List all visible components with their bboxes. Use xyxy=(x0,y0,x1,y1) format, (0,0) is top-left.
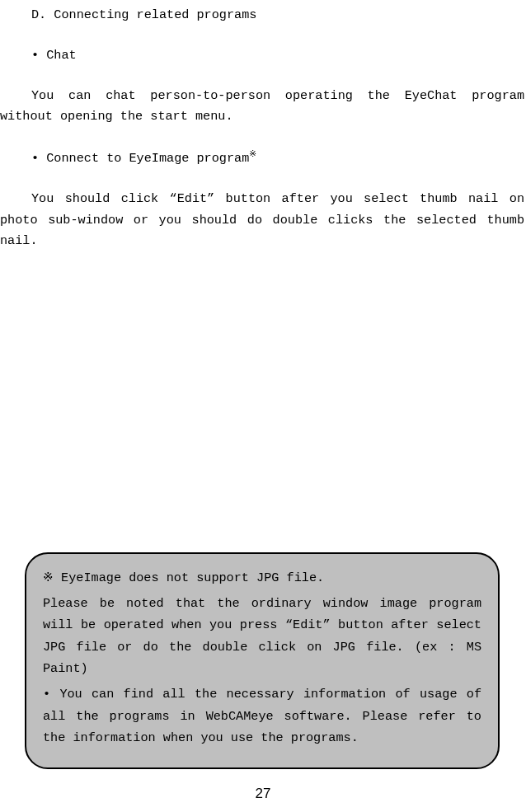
reference-mark-icon: ※ xyxy=(249,149,256,159)
page: D. Connecting related programs • Chat Yo… xyxy=(0,0,526,812)
paragraph-eyeimage: You should click “Edit” button after you… xyxy=(0,189,526,251)
bullet-chat: • Chat xyxy=(31,45,526,66)
paragraph-chat: You can chat person-to-person operating … xyxy=(0,86,526,127)
note-box: ※ EyeImage does not support JPG file. Pl… xyxy=(25,552,500,769)
note-line-3: • You can find all the necessary informa… xyxy=(43,683,481,749)
bullet-eyeimage-text: • Connect to EyeImage program xyxy=(31,151,249,166)
note-line-1: ※ EyeImage does not support JPG file. xyxy=(43,567,481,589)
bullet-eyeimage: • Connect to EyeImage program※ xyxy=(31,147,526,169)
page-number: 27 xyxy=(0,782,526,805)
note-line-2: Please be noted that the ordinary window… xyxy=(43,593,481,680)
section-heading: D. Connecting related programs xyxy=(31,5,526,26)
